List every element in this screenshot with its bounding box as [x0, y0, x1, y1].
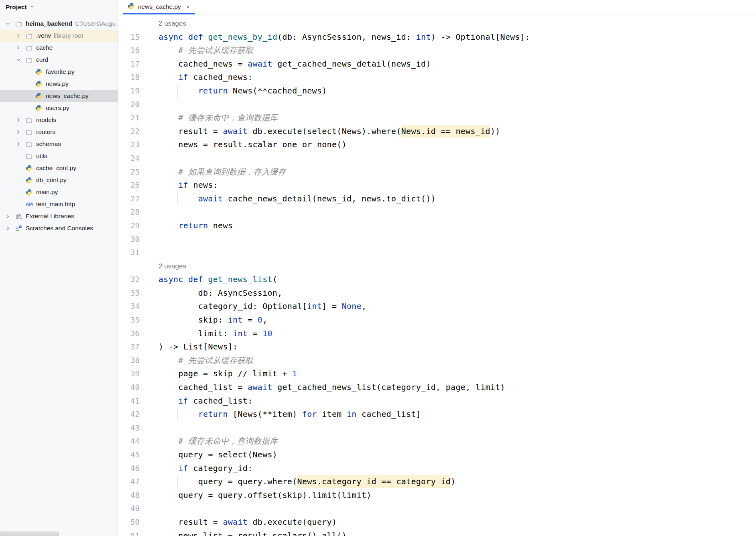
line-number[interactable]: 26	[118, 179, 140, 192]
line-number[interactable]: 21	[118, 111, 140, 125]
chevron-right-icon[interactable]	[15, 117, 26, 123]
tree-item-news-py[interactable]: news.py	[0, 78, 118, 90]
tree-item-test-main-http[interactable]: APItest_main.http	[0, 198, 118, 210]
tree-item--venv[interactable]: .venvlibrary root	[0, 30, 118, 42]
tree-item-main-py[interactable]: main.py	[0, 186, 118, 198]
line-number[interactable]: 38	[118, 354, 140, 367]
line-number[interactable]: 16	[118, 44, 140, 57]
tree-item-external-libraries[interactable]: External Libraries	[0, 210, 118, 222]
line-number[interactable]: 20	[118, 98, 140, 112]
line-number[interactable]: 27	[118, 192, 140, 206]
tab-news-cache-py[interactable]: news_cache.py ✕	[123, 0, 195, 14]
code-line-43[interactable]: 43	[118, 421, 756, 435]
line-number[interactable]: 51	[118, 529, 140, 536]
line-number[interactable]: 15	[118, 30, 140, 44]
line-number[interactable]: 30	[118, 233, 140, 246]
code-line-21[interactable]: 21 # 缓存未命中，查询数据库	[118, 111, 756, 125]
line-number[interactable]: 36	[118, 327, 140, 341]
code-line-19[interactable]: 19 return News(**cached_news)	[118, 84, 756, 98]
code-line-34[interactable]: 34 category_id: Optional[int] = None,	[118, 300, 756, 313]
line-number[interactable]: 22	[118, 125, 140, 138]
code-line-42[interactable]: 42 return [News(**item) for item in cach…	[118, 408, 756, 421]
line-number[interactable]: 23	[118, 138, 140, 152]
line-number[interactable]: 31	[118, 246, 140, 260]
code-line-26[interactable]: 26 if news:	[118, 179, 756, 192]
code-line-16[interactable]: 16 # 先尝试从缓存获取	[118, 44, 756, 57]
code-line-15[interactable]: 15async def get_news_by_id(db: AsyncSess…	[118, 30, 756, 44]
tree-item-schemas[interactable]: schemas	[0, 138, 118, 150]
code-line-23[interactable]: 23 news = result.scalar_one_or_none()	[118, 138, 756, 152]
code-line-41[interactable]: 41 if cached_list:	[118, 394, 756, 408]
code-line-40[interactable]: 40 cached_list = await get_cached_news_l…	[118, 381, 756, 394]
code-line-33[interactable]: 33 db: AsyncSession,	[118, 286, 756, 300]
line-number[interactable]: 48	[118, 489, 140, 502]
code-line-24[interactable]: 24	[118, 152, 756, 165]
line-number[interactable]: 18	[118, 71, 140, 84]
code-line-38[interactable]: 38 # 先尝试从缓存获取	[118, 354, 756, 367]
code-line-30[interactable]: 30	[118, 233, 756, 246]
code-line-49[interactable]: 49	[118, 502, 756, 516]
code-line-31[interactable]: 31	[118, 246, 756, 260]
code-line-45[interactable]: 45 query = select(News)	[118, 448, 756, 462]
horizontal-scrollbar-thumb[interactable]	[0, 532, 59, 536]
tree-item-cache[interactable]: cache	[0, 42, 118, 54]
chevron-right-icon[interactable]	[5, 213, 15, 219]
code-line-32[interactable]: 32async def get_news_list(	[118, 273, 756, 286]
code-line-27[interactable]: 27 await cache_news_detail(news_id, news…	[118, 192, 756, 206]
tree-item-cache-conf-py[interactable]: cache_conf.py	[0, 162, 118, 174]
code-line-28[interactable]: 28	[118, 205, 756, 219]
line-number[interactable]: 32	[118, 273, 140, 286]
tree-item-news-cache-py[interactable]: news_cache.py	[0, 90, 118, 102]
line-number[interactable]: 50	[118, 516, 140, 529]
code-editor[interactable]: 2 usages15async def get_news_by_id(db: A…	[118, 14, 756, 536]
line-number[interactable]: 37	[118, 340, 140, 354]
usages-inlay-row[interactable]: 2 usages	[118, 17, 756, 30]
chevron-right-icon[interactable]	[15, 32, 26, 39]
close-icon[interactable]: ✕	[186, 4, 190, 10]
line-number[interactable]: 25	[118, 165, 140, 179]
line-number[interactable]: 33	[118, 286, 140, 300]
line-number[interactable]: 19	[118, 84, 140, 98]
line-number[interactable]: 35	[118, 313, 140, 327]
line-number[interactable]: 40	[118, 381, 140, 394]
code-line-25[interactable]: 25 # 如果查询到数据，存入缓存	[118, 165, 756, 179]
line-number[interactable]: 43	[118, 421, 140, 435]
code-line-48[interactable]: 48 query = query.offset(skip).limit(limi…	[118, 489, 756, 502]
project-panel-header[interactable]: Project	[0, 1, 118, 14]
line-number[interactable]: 24	[118, 152, 140, 165]
line-number[interactable]: 34	[118, 300, 140, 313]
tree-item-users-py[interactable]: users.py	[0, 102, 118, 114]
line-number[interactable]: 39	[118, 367, 140, 381]
chevron-right-icon[interactable]	[5, 225, 15, 231]
code-line-50[interactable]: 50 result = await db.execute(query)	[118, 516, 756, 529]
chevron-down-icon[interactable]	[5, 20, 15, 27]
line-number[interactable]: 29	[118, 219, 140, 233]
tree-item-scratches-and-consoles[interactable]: Scratches and Consoles	[0, 222, 118, 234]
tree-item-utils[interactable]: utils	[0, 150, 118, 162]
code-line-46[interactable]: 46 if category_id:	[118, 462, 756, 475]
code-line-51[interactable]: 51 news_list = result.scalars().all()	[118, 529, 756, 536]
code-line-44[interactable]: 44 # 缓存未命中，查询数据库	[118, 434, 756, 448]
code-line-22[interactable]: 22 result = await db.execute(select(News…	[118, 125, 756, 138]
code-line-36[interactable]: 36 limit: int = 10	[118, 327, 756, 341]
code-line-39[interactable]: 39 page = skip // limit + 1	[118, 367, 756, 381]
tree-item-routers[interactable]: routers	[0, 126, 118, 138]
code-line-37[interactable]: 37) -> List[News]:	[118, 340, 756, 354]
line-number[interactable]: 46	[118, 462, 140, 475]
chevron-right-icon[interactable]	[15, 45, 26, 51]
usages-inlay-row[interactable]: 2 usages	[118, 260, 756, 273]
tree-item-heima-backend[interactable]: heima_backendC:\Users\Augu	[0, 18, 118, 30]
line-number[interactable]: 17	[118, 57, 140, 71]
line-number[interactable]: 41	[118, 394, 140, 408]
usages-inlay[interactable]: 2 usages	[140, 17, 186, 30]
code-line-35[interactable]: 35 skip: int = 0,	[118, 313, 756, 327]
line-number[interactable]: 45	[118, 448, 140, 462]
tree-item-models[interactable]: models	[0, 114, 118, 126]
tree-item-curd[interactable]: curd	[0, 54, 118, 66]
line-number[interactable]: 28	[118, 205, 140, 219]
code-line-29[interactable]: 29 return news	[118, 219, 756, 233]
chevron-right-icon[interactable]	[15, 129, 26, 135]
code-line-17[interactable]: 17 cached_news = await get_cached_news_d…	[118, 57, 756, 71]
line-number[interactable]: 47	[118, 475, 140, 489]
chevron-down-icon[interactable]	[15, 57, 26, 63]
